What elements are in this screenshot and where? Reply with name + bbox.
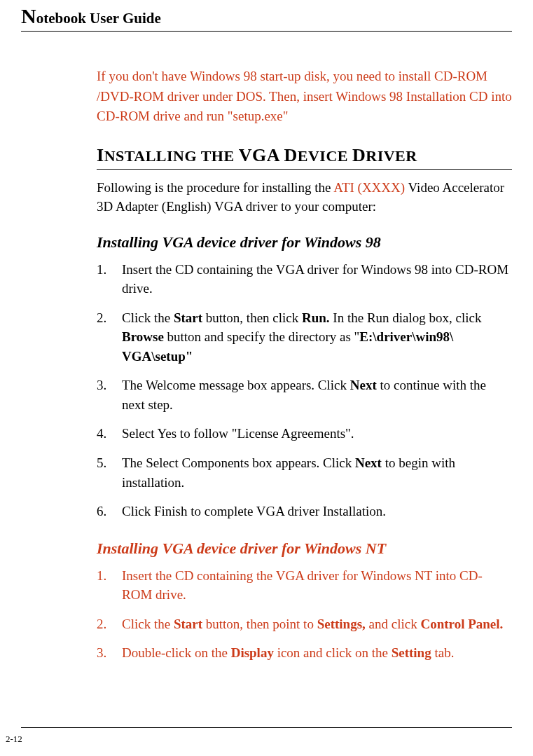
h-txt: RIVER — [366, 147, 417, 165]
bold-txt: Next — [355, 455, 382, 470]
txt: In the Run dialog box, click — [330, 310, 482, 325]
txt: button, then point to — [202, 617, 317, 631]
step-item: Select Yes to follow "License Agreements… — [97, 424, 512, 444]
subheading-win98: Installing VGA device driver for Windows… — [97, 233, 512, 252]
txt: The Welcome message box appears. Click — [122, 378, 350, 392]
bold-txt: Settings, — [317, 617, 366, 631]
page-number: 2-12 — [6, 734, 22, 745]
txt: Double-click on the — [122, 645, 231, 660]
bold-txt: Control Panel. — [420, 617, 503, 631]
txt: Click the — [122, 310, 174, 325]
bold-txt: Next — [350, 378, 377, 392]
txt: Following is the procedure for installin… — [97, 180, 333, 195]
step-item: Click the Start button, then point to Se… — [97, 614, 512, 634]
step-item: Insert the CD containing the VGA driver … — [97, 260, 512, 298]
bold-txt: Browse — [122, 329, 164, 344]
footer-rule — [21, 727, 512, 728]
step-item: Double-click on the Display icon and cli… — [97, 643, 512, 663]
h-cap: VGA D — [239, 145, 298, 165]
step-item: Insert the CD containing the VGA driver … — [97, 566, 512, 605]
h-txt: EVICE — [298, 147, 352, 165]
txt: icon and click on the — [274, 645, 392, 660]
bold-txt: Start — [174, 617, 202, 631]
txt: tab. — [431, 645, 455, 660]
step-item: Click the Start button, then click Run. … — [97, 308, 512, 366]
step-item: Click Finish to complete VGA driver Inst… — [97, 502, 512, 521]
subheading-winnt: Installing VGA device driver for Windows… — [97, 539, 512, 558]
txt: button, then click — [202, 310, 302, 325]
highlight-txt: ATI (XXXX) — [333, 180, 405, 195]
h-txt: NSTALLING THE — [104, 147, 239, 165]
header-title-cap: N — [21, 4, 36, 27]
header-title: Notebook User Guide — [21, 4, 512, 28]
step-item: The Welcome message box appears. Click N… — [97, 376, 512, 414]
steps-win98: Insert the CD containing the VGA driver … — [97, 260, 512, 521]
h-cap: D — [352, 145, 366, 165]
bold-txt: Display — [231, 645, 274, 660]
txt: and click — [366, 617, 421, 631]
bold-txt: Run. — [302, 310, 330, 325]
step-item: The Select Components box appears. Click… — [97, 453, 512, 492]
intro-note: If you don't have Windows 98 start-up di… — [97, 67, 512, 127]
txt: The Select Components box appears. Click — [122, 455, 355, 470]
section-heading: INSTALLING THE VGA DEVICE DRIVER — [97, 145, 512, 170]
body-intro: Following is the procedure for installin… — [97, 178, 512, 217]
h-cap: I — [97, 145, 104, 165]
bold-txt: Setting — [392, 645, 431, 660]
txt: button and specify the directory as " — [164, 329, 359, 344]
bold-txt: Start — [174, 310, 202, 325]
header-title-rest: otebook User Guide — [36, 10, 161, 27]
steps-winnt: Insert the CD containing the VGA driver … — [97, 566, 512, 663]
txt: Click the — [122, 617, 174, 631]
